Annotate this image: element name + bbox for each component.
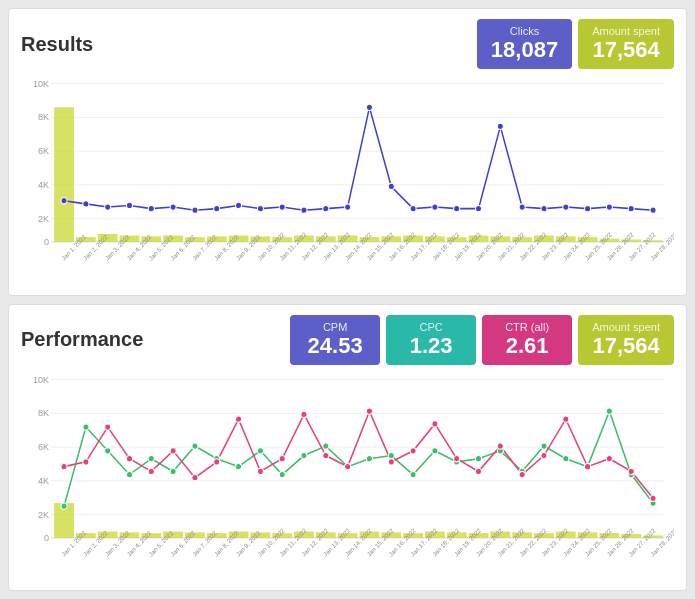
svg-point-60 <box>497 124 503 130</box>
results-metrics: Clicks 18,087 Amount spent 17,564 <box>477 19 674 69</box>
svg-text:0: 0 <box>44 533 49 543</box>
svg-point-185 <box>519 471 525 477</box>
clicks-value: 18,087 <box>491 37 558 63</box>
cpm-value: 24.53 <box>304 333 366 359</box>
svg-text:2K: 2K <box>38 510 50 520</box>
svg-point-168 <box>148 468 154 474</box>
svg-point-151 <box>388 452 394 458</box>
svg-point-186 <box>541 452 547 458</box>
ctr-card: CTR (all) 2.61 <box>482 315 572 365</box>
svg-point-61 <box>519 204 525 210</box>
svg-point-136 <box>61 503 67 509</box>
ctr-value: 2.61 <box>496 333 558 359</box>
amount-spent-1-card: Amount spent 17,564 <box>578 19 674 69</box>
cpc-value: 1.23 <box>400 333 462 359</box>
svg-point-166 <box>105 424 111 430</box>
svg-point-59 <box>476 206 482 212</box>
svg-point-145 <box>257 448 263 454</box>
svg-point-66 <box>628 206 634 212</box>
svg-point-191 <box>650 495 656 501</box>
svg-point-54 <box>366 105 372 111</box>
svg-text:6K: 6K <box>38 146 50 156</box>
results-header: Results Clicks 18,087 Amount spent 17,56… <box>21 19 674 69</box>
main-container: Results Clicks 18,087 Amount spent 17,56… <box>0 0 695 599</box>
svg-point-44 <box>148 206 154 212</box>
svg-point-62 <box>541 206 547 212</box>
amount-spent-2-value: 17,564 <box>592 333 660 359</box>
svg-text:10K: 10K <box>33 374 50 384</box>
svg-point-173 <box>257 468 263 474</box>
svg-point-171 <box>214 459 220 465</box>
cpc-label: CPC <box>400 321 462 333</box>
performance-title: Performance <box>21 328 290 351</box>
svg-point-184 <box>497 443 503 449</box>
svg-point-158 <box>541 443 547 449</box>
cpm-card: CPM 24.53 <box>290 315 380 365</box>
svg-point-182 <box>454 455 460 461</box>
svg-point-179 <box>388 459 394 465</box>
svg-point-181 <box>432 421 438 427</box>
svg-point-50 <box>279 204 285 210</box>
svg-point-58 <box>454 206 460 212</box>
cpc-card: CPC 1.23 <box>386 315 476 365</box>
svg-point-189 <box>606 455 612 461</box>
svg-point-48 <box>236 203 242 209</box>
svg-point-142 <box>192 443 198 449</box>
svg-point-148 <box>323 443 329 449</box>
cpm-label: CPM <box>304 321 366 333</box>
svg-point-139 <box>126 471 132 477</box>
svg-point-46 <box>192 207 198 213</box>
svg-point-140 <box>148 455 154 461</box>
ctr-label: CTR (all) <box>496 321 558 333</box>
svg-point-65 <box>606 204 612 210</box>
svg-point-40 <box>61 198 67 204</box>
svg-point-47 <box>214 206 220 212</box>
svg-point-138 <box>105 448 111 454</box>
svg-point-187 <box>563 416 569 422</box>
results-title: Results <box>21 33 477 56</box>
svg-text:2K: 2K <box>38 214 50 224</box>
svg-point-175 <box>301 411 307 417</box>
clicks-card: Clicks 18,087 <box>477 19 572 69</box>
svg-point-178 <box>366 408 372 414</box>
svg-text:10K: 10K <box>33 79 50 89</box>
svg-point-63 <box>563 204 569 210</box>
amount-spent-1-value: 17,564 <box>592 37 660 63</box>
svg-point-57 <box>432 204 438 210</box>
amount-spent-2-label: Amount spent <box>592 321 660 333</box>
svg-text:6K: 6K <box>38 442 50 452</box>
svg-point-146 <box>279 471 285 477</box>
svg-point-183 <box>476 468 482 474</box>
results-chart-area: 10K 8K 6K 4K 2K 0 Jan 1, 2022Jan 2, 2022… <box>21 73 674 284</box>
svg-point-188 <box>585 463 591 469</box>
amount-spent-1-label: Amount spent <box>592 25 660 37</box>
results-panel: Results Clicks 18,087 Amount spent 17,56… <box>8 8 687 296</box>
svg-point-53 <box>345 204 351 210</box>
performance-chart-area: 10K 8K 6K 4K 2K 0 Jan 1, 2022Jan 2, 2022… <box>21 369 674 580</box>
svg-point-155 <box>476 455 482 461</box>
svg-rect-12 <box>54 108 74 243</box>
svg-text:8K: 8K <box>38 408 50 418</box>
svg-point-164 <box>61 463 67 469</box>
svg-point-167 <box>126 455 132 461</box>
results-chart: 10K 8K 6K 4K 2K 0 Jan 1, 2022Jan 2, 2022… <box>21 73 674 284</box>
svg-point-67 <box>650 207 656 213</box>
svg-point-49 <box>257 206 263 212</box>
svg-point-169 <box>170 448 176 454</box>
svg-point-177 <box>345 463 351 469</box>
svg-text:4K: 4K <box>38 476 50 486</box>
svg-point-41 <box>83 201 89 207</box>
svg-point-56 <box>410 206 416 212</box>
performance-chart: 10K 8K 6K 4K 2K 0 Jan 1, 2022Jan 2, 2022… <box>21 369 674 580</box>
performance-metrics: CPM 24.53 CPC 1.23 CTR (all) 2.61 Amount… <box>290 315 674 365</box>
svg-point-174 <box>279 455 285 461</box>
svg-point-141 <box>170 468 176 474</box>
svg-text:0: 0 <box>44 237 49 247</box>
performance-panel: Performance CPM 24.53 CPC 1.23 CTR (all)… <box>8 304 687 592</box>
svg-point-190 <box>628 468 634 474</box>
svg-point-45 <box>170 204 176 210</box>
svg-point-42 <box>105 204 111 210</box>
svg-point-152 <box>410 471 416 477</box>
svg-point-153 <box>432 448 438 454</box>
svg-point-172 <box>236 416 242 422</box>
